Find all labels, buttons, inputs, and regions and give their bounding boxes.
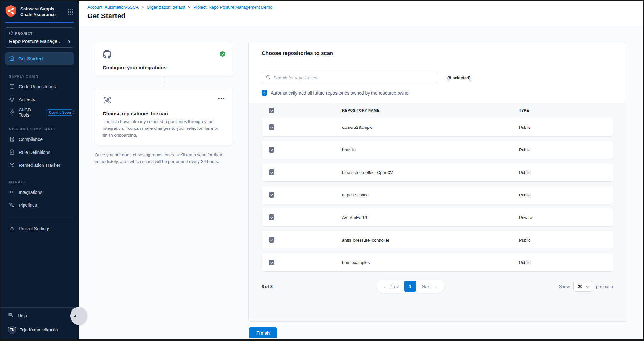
user-avatar: TK	[8, 326, 16, 334]
sidebar-item-help[interactable]: ? Help	[1, 309, 79, 322]
onboarding-steps: Configure your integrations ●●● Choose r…	[95, 42, 233, 322]
pipelines-icon	[9, 202, 15, 209]
table-row[interactable]: bom-examples Public	[262, 253, 613, 271]
sidebar-item-label: CI/CD Tools	[19, 107, 40, 118]
repo-name: bom-examples	[342, 260, 519, 265]
repo-name: anfis_pressure_controller	[342, 238, 519, 242]
sidebar-item-rule-definitions[interactable]: Rule Definitions	[1, 146, 79, 159]
section-label-supply-chain: SUPPLY CHAIN	[9, 74, 79, 78]
panel-controls: (8 selected) Automatically add all futur…	[249, 63, 626, 103]
sidebar-item-label: Help	[18, 313, 27, 318]
next-page-button[interactable]: Next →	[416, 284, 443, 289]
auto-add-toggle[interactable]: Automatically add all future repositorie…	[262, 90, 613, 96]
sidebar-item-pipelines[interactable]: Pipelines	[1, 199, 79, 212]
page-size-select[interactable]: 20	[573, 281, 592, 292]
step-title: Configure your integrations	[103, 65, 225, 70]
auto-add-checkbox[interactable]	[262, 90, 267, 96]
breadcrumb: Account: Automation-SSCA > Organization:…	[87, 5, 643, 10]
table-row[interactable]: blue-screen-effect-OpenCV Public	[262, 163, 613, 181]
sidebar: Software Supply Chain Assurance PROJECT …	[1, 1, 79, 339]
sidebar-collapse-handle[interactable]: ◄	[70, 307, 87, 325]
project-name: Repo Posture Manage...	[9, 38, 62, 44]
section-label-manage: MANAGE	[9, 180, 79, 184]
show-label: Show	[559, 284, 570, 289]
sidebar-item-project-settings[interactable]: Project Settings	[1, 222, 79, 235]
panel-title: Choose repositories to scan	[262, 50, 613, 56]
repo-type: Public	[519, 238, 613, 242]
panel-header: Choose repositories to scan	[249, 42, 626, 63]
search-icon	[266, 75, 271, 81]
repository-search[interactable]	[262, 72, 437, 83]
sidebar-item-label: Code Repositories	[19, 84, 56, 89]
per-page-label: per page	[596, 284, 613, 289]
breadcrumb-project[interactable]: Project: Repo Posture Management Demo	[193, 5, 272, 10]
compliance-document-icon	[9, 136, 15, 143]
sidebar-item-get-started[interactable]: Get Started	[5, 52, 74, 65]
table-row[interactable]: AV_AmEx-19 Private	[262, 208, 613, 226]
github-icon	[103, 54, 111, 60]
wrench-icon	[9, 109, 15, 116]
select-all-checkbox[interactable]	[269, 108, 274, 113]
breadcrumb-organization[interactable]: Organization: default	[147, 5, 185, 10]
repo-type: Public	[519, 170, 613, 175]
step-options-ellipsis-icon[interactable]: ●●●	[218, 97, 225, 100]
step-card-integrations[interactable]: Configure your integrations	[95, 42, 233, 76]
code-repository-icon	[9, 83, 15, 90]
row-checkbox[interactable]	[269, 124, 274, 130]
sidebar-item-label: Rule Definitions	[19, 150, 50, 155]
page-number-button[interactable]: 1	[404, 281, 416, 292]
row-checkbox[interactable]	[269, 260, 274, 265]
prev-page-button[interactable]: ← Prev	[377, 284, 404, 289]
repo-type: Public	[519, 147, 613, 152]
breadcrumb-separator: >	[188, 5, 190, 10]
step-complete-check-icon	[220, 51, 225, 57]
gear-icon	[9, 225, 15, 232]
repo-shapes-icon	[103, 100, 112, 106]
row-checkbox[interactable]	[269, 214, 274, 220]
sidebar-divider	[5, 217, 74, 217]
ssca-shield-logo	[5, 5, 17, 19]
table-row[interactable]: anfis_pressure_controller Public	[262, 231, 613, 249]
product-title: Software Supply Chain Assurance	[20, 6, 68, 17]
row-checkbox[interactable]	[269, 192, 274, 198]
repository-table: REPOSITORY NAME TYPE camera2Sample Publi…	[249, 103, 626, 321]
right-arrow-icon: →	[433, 284, 437, 289]
cube-icon	[9, 31, 13, 36]
svg-text:?: ?	[10, 313, 11, 316]
step-card-choose-repos[interactable]: ●●● Choose repositories to scan The list…	[95, 88, 233, 145]
table-row[interactable]: dl-pan-service Public	[262, 186, 613, 204]
app-window: Software Supply Chain Assurance PROJECT …	[0, 0, 644, 341]
table-body: camera2Sample Public bbus.in Public blue…	[262, 118, 613, 276]
sidebar-item-artifacts[interactable]: Artifacts	[1, 93, 79, 106]
coming-soon-badge: Coming Soon	[46, 109, 74, 116]
finish-button[interactable]: Finish	[249, 327, 277, 338]
breadcrumb-account[interactable]: Account: Automation-SSCA	[87, 5, 139, 10]
table-row[interactable]: bbus.in Public	[262, 141, 613, 159]
sidebar-item-remediation-tracker[interactable]: Remediation Tracker	[1, 159, 79, 172]
sidebar-item-integrations[interactable]: Integrations	[1, 186, 79, 199]
row-checkbox[interactable]	[269, 169, 274, 175]
chevron-down-icon	[586, 284, 589, 288]
sidebar-item-cicd-tools[interactable]: CI/CD Tools Coming Soon	[1, 106, 79, 119]
sidebar-item-code-repositories[interactable]: Code Repositories	[1, 80, 79, 93]
sidebar-item-compliance[interactable]: Compliance	[1, 133, 79, 146]
pagination: ← Prev 1 Next →	[376, 280, 444, 293]
module-grid-icon[interactable]	[68, 9, 73, 15]
page-header: Account: Automation-SSCA > Organization:…	[79, 1, 643, 26]
row-checkbox[interactable]	[269, 147, 274, 153]
collapse-arrow-icon: ◄	[73, 314, 77, 318]
chevron-right-icon[interactable]: ›	[68, 38, 70, 44]
repo-name: bbus.in	[342, 147, 519, 152]
search-input[interactable]	[274, 75, 433, 80]
choose-repositories-panel: Choose repositories to scan (8 selected)	[248, 42, 626, 322]
table-row[interactable]: camera2Sample Public	[262, 118, 613, 136]
repo-name: AV_AmEx-19	[342, 215, 519, 220]
page-title: Get Started	[87, 12, 643, 20]
row-checkbox[interactable]	[269, 237, 274, 243]
user-menu[interactable]: TK Teja Kummarikuntla	[1, 322, 79, 334]
project-selector[interactable]: PROJECT Repo Posture Manage... ›	[5, 27, 74, 48]
help-chat-icon: ?	[8, 312, 14, 319]
column-header-type: TYPE	[519, 109, 613, 112]
content: Configure your integrations ●●● Choose r…	[79, 26, 643, 322]
repo-name: dl-pan-service	[342, 193, 519, 197]
